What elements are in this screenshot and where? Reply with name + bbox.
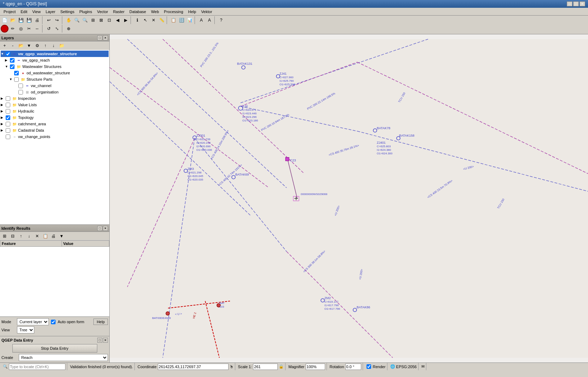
identify-close-button[interactable]: ✕: [103, 226, 108, 231]
expand-arrow[interactable]: ▶: [1, 122, 5, 126]
layer-checkbox[interactable]: [6, 135, 10, 139]
redo-button[interactable]: ↪: [53, 16, 61, 24]
layer-checkbox[interactable]: [18, 90, 23, 95]
id-up-button[interactable]: ↑: [17, 232, 25, 240]
menu-settings[interactable]: Settings: [58, 9, 76, 15]
expand-arrow[interactable]: ▶: [1, 128, 5, 132]
close-button[interactable]: ✕: [580, 1, 585, 6]
layer-item-vw-qgep-reach[interactable]: ▶ ━ vw_qgep_reach: [5, 57, 109, 63]
layer-item-vw-qgep-wastewater-structure[interactable]: ▼ ━ vw_qgep_wastewater_structure: [1, 51, 109, 57]
scale-button[interactable]: ⤡: [53, 25, 61, 33]
label2-button[interactable]: A: [206, 16, 213, 24]
layer-checkbox[interactable]: [10, 64, 15, 69]
expand-arrow[interactable]: ▼: [1, 52, 5, 56]
coord-input[interactable]: [158, 364, 229, 370]
move-button[interactable]: ↔: [33, 25, 41, 33]
render-checkbox[interactable]: [367, 364, 371, 369]
menu-view[interactable]: View: [30, 9, 43, 15]
qgep-close-button[interactable]: ✕: [103, 338, 108, 343]
zoom-next-button[interactable]: ▶: [122, 16, 129, 24]
expand-arrow[interactable]: ▶: [1, 109, 5, 113]
layer-checkbox[interactable]: [18, 84, 23, 88]
layer-checkbox[interactable]: [6, 103, 10, 107]
zoom-out-button[interactable]: 🔍: [81, 16, 89, 24]
deselect-button[interactable]: ✕: [150, 16, 157, 24]
menu-vector[interactable]: Vector: [95, 9, 110, 15]
identify-dock-button[interactable]: □: [97, 226, 102, 231]
layer-item-structure-parts[interactable]: ▼ 📁 Structure Parts: [9, 76, 109, 82]
expand-arrow[interactable]: ▶: [5, 58, 9, 62]
layer-checkbox[interactable]: [6, 96, 10, 101]
layer-item-hydraulic[interactable]: ▶ 📁 Hydraulic: [1, 108, 109, 114]
layer-checkbox[interactable]: [10, 58, 15, 63]
identify-button[interactable]: ℹ: [133, 16, 141, 24]
help-button[interactable]: ?: [217, 16, 225, 24]
id-print-button[interactable]: 🖨: [50, 232, 57, 240]
maximize-button[interactable]: □: [573, 1, 579, 6]
layer-checkbox[interactable]: [6, 122, 10, 126]
save-as-button[interactable]: 💾: [25, 16, 33, 24]
filter-layer-button[interactable]: ▼: [25, 42, 33, 50]
layer-checkbox[interactable]: [6, 128, 10, 133]
layer-item-topology[interactable]: ▶ 📁 Topology: [1, 114, 109, 121]
map-area[interactable]: BATAK131 ZJ41 C=627.960 I1=625.790 O1=62…: [110, 34, 588, 362]
layer-item-vw-channel[interactable]: ━ vw_channel: [13, 82, 109, 89]
menu-database[interactable]: Database: [127, 9, 148, 15]
snap-button[interactable]: ⊕: [65, 25, 73, 33]
zoom-selection-button[interactable]: ⊡: [105, 16, 113, 24]
menu-layer[interactable]: Layer: [44, 9, 58, 15]
messages-segment[interactable]: ✉: [420, 363, 426, 370]
menu-processing[interactable]: Processing: [162, 9, 185, 15]
layer-group-button[interactable]: 📁: [58, 42, 65, 50]
menu-vektor[interactable]: Vektor: [199, 9, 214, 15]
menu-plugins[interactable]: Plugins: [77, 9, 94, 15]
label-button[interactable]: A: [197, 16, 205, 24]
help-button[interactable]: Help: [93, 319, 108, 325]
zoom-previous-button[interactable]: ◀: [114, 16, 121, 24]
layer-properties-button[interactable]: ⚙: [33, 42, 41, 50]
layer-item-inspection[interactable]: ▶ 📁 Inspection: [1, 95, 109, 102]
id-copy-button[interactable]: 📋: [41, 232, 49, 240]
new-project-button[interactable]: 📄: [1, 16, 8, 24]
rotation-input[interactable]: [345, 364, 361, 370]
auto-open-form-checkbox[interactable]: [51, 320, 56, 324]
layers-close-button[interactable]: ✕: [103, 35, 108, 40]
layers-dock-button[interactable]: □: [97, 35, 102, 40]
save-project-button[interactable]: 💾: [17, 16, 25, 24]
expand-arrow[interactable]: ▶: [1, 103, 5, 107]
expand-arrow[interactable]: ▶: [1, 97, 5, 100]
menu-project[interactable]: Project: [1, 9, 18, 15]
menu-web[interactable]: Web: [149, 9, 161, 15]
layer-item-od-wastewater-structure[interactable]: ● od_wastewater_structure: [9, 70, 109, 76]
layer-checkbox[interactable]: [6, 109, 10, 114]
layer-item-cadastral-data[interactable]: ▶ 📁 Cadastral Data: [1, 127, 109, 133]
layer-item-value-lists[interactable]: ▶ 📁 Value Lists: [1, 102, 109, 108]
layer-checkbox[interactable]: [14, 77, 19, 82]
layer-checkbox[interactable]: [6, 115, 10, 120]
id-clear-button[interactable]: ✕: [33, 232, 41, 240]
menu-raster[interactable]: Raster: [111, 9, 126, 15]
undo-button[interactable]: ↩: [45, 16, 53, 24]
zoom-in-button[interactable]: 🔍: [73, 16, 81, 24]
create-select[interactable]: Reach: [19, 354, 108, 361]
pan-button[interactable]: ✋: [65, 16, 73, 24]
layer-up-button[interactable]: ↑: [41, 42, 49, 50]
layer-item-od-organisation[interactable]: ⊞ od_organisation: [13, 89, 109, 95]
add-layer-button[interactable]: +: [1, 42, 8, 50]
zoom-full-button[interactable]: ⊞: [89, 16, 97, 24]
layer-item-catchment-area[interactable]: ▶ 📁 catchment_area: [1, 121, 109, 127]
digitize-button[interactable]: ✏: [9, 25, 17, 33]
stop-data-entry-button[interactable]: Stop Data Entry: [12, 344, 97, 353]
mode-select[interactable]: Current layer: [17, 318, 49, 325]
print-button[interactable]: 🖨: [33, 16, 41, 24]
zoom-layer-button[interactable]: ⊠: [97, 16, 105, 24]
node-button[interactable]: ◎: [17, 25, 25, 33]
magnifier-input[interactable]: [306, 364, 325, 370]
menu-help[interactable]: Help: [186, 9, 198, 15]
expand-arrow[interactable]: ▼: [5, 65, 9, 68]
map-canvas[interactable]: BATAK131 ZJ41 C=627.960 I1=625.790 O1=62…: [110, 34, 588, 362]
delete-button[interactable]: ✂: [25, 25, 33, 33]
select-button[interactable]: ↖: [142, 16, 149, 24]
layer-checkbox[interactable]: [6, 52, 10, 56]
layer-item-wastewater-structures[interactable]: ▼ 📁 Wastewater Structures: [5, 63, 109, 70]
